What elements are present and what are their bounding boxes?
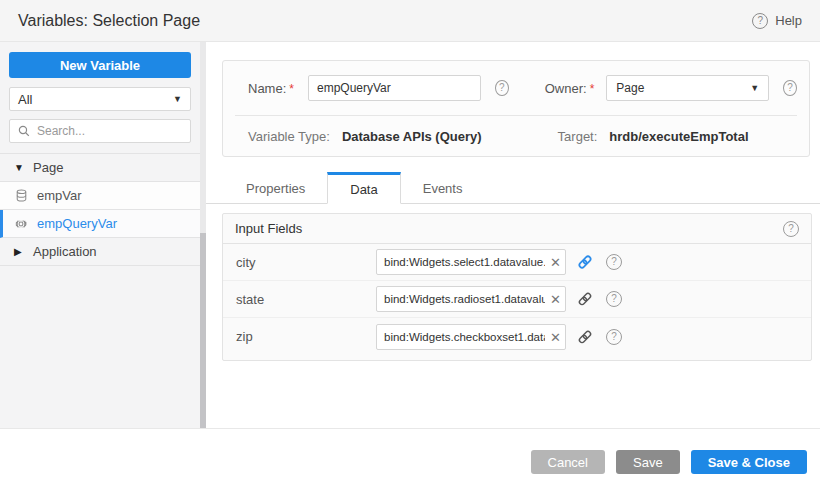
input-field-row-state: state ✕ ?	[223, 281, 811, 318]
variable-type-value: Database APIs (Query)	[342, 129, 482, 144]
input-fields-title: Input Fields	[235, 221, 302, 236]
variable-type-label: Variable Type:	[248, 129, 330, 144]
tree-group-label: Application	[33, 244, 97, 259]
name-help-icon[interactable]: ?	[495, 80, 509, 96]
search-input[interactable]	[37, 124, 183, 138]
variables-dialog: Variables: Selection Page ? Help New Var…	[0, 0, 820, 489]
database-icon	[14, 189, 28, 203]
field-help-icon[interactable]: ?	[606, 291, 622, 307]
target-label: Target:	[558, 129, 598, 144]
input-field-row-city: city ✕ ?	[223, 244, 811, 281]
variable-detail-panel: Name:* ? Owner:* Page ▼ ? Variable Type:…	[206, 42, 820, 428]
owner-help-icon[interactable]: ?	[783, 80, 797, 96]
name-label: Name:*	[248, 81, 294, 96]
input-field-row-zip: zip ✕ ?	[223, 318, 811, 355]
clear-binding-icon[interactable]: ✕	[550, 256, 561, 269]
bind-expression-input[interactable]	[376, 286, 566, 312]
dialog-footer: Cancel Save Save & Close	[0, 428, 820, 489]
owner-label: Owner:*	[545, 81, 595, 96]
variable-search[interactable]	[9, 119, 191, 143]
save-close-button[interactable]: Save & Close	[691, 450, 807, 474]
input-fields-panel: Input Fields ? city ✕ ? state ✕	[222, 213, 812, 361]
tree-item-empqueryvar[interactable]: empQueryVar	[0, 210, 200, 238]
clear-binding-icon[interactable]: ✕	[550, 330, 561, 343]
owner-select[interactable]: Page ▼	[606, 75, 769, 101]
tree-group-label: Page	[33, 160, 63, 175]
input-fields-help-icon[interactable]: ?	[783, 221, 799, 237]
variable-tree: ▼ Page empVar empQueryVar ▶ Application	[0, 153, 200, 266]
required-asterisk: *	[590, 82, 595, 96]
field-label: city	[236, 255, 376, 270]
gear-icon	[14, 217, 28, 231]
chevron-down-icon: ▼	[750, 83, 759, 93]
bind-link-icon[interactable]	[576, 253, 594, 271]
tree-item-empvar[interactable]: empVar	[0, 182, 200, 210]
help-label: Help	[775, 13, 802, 28]
tab-data[interactable]: Data	[327, 172, 400, 204]
new-variable-button[interactable]: New Variable	[9, 52, 191, 78]
tab-events[interactable]: Events	[401, 174, 485, 203]
bind-expression-input[interactable]	[376, 324, 566, 350]
tree-group-application[interactable]: ▶ Application	[0, 238, 200, 266]
search-icon	[17, 124, 31, 138]
detail-tabs: Properties Data Events	[206, 175, 820, 204]
variable-filter-value: All	[18, 92, 32, 107]
tab-properties[interactable]: Properties	[224, 174, 327, 203]
field-help-icon[interactable]: ?	[606, 329, 622, 345]
target-value: hrdb/executeEmpTotal	[609, 129, 748, 144]
cancel-button[interactable]: Cancel	[531, 450, 605, 474]
clear-binding-icon[interactable]: ✕	[550, 293, 561, 306]
chevron-down-icon: ▼	[173, 94, 182, 104]
variable-summary-panel: Name:* ? Owner:* Page ▼ ? Variable Type:…	[222, 60, 810, 157]
page-title: Variables: Selection Page	[18, 12, 200, 30]
caret-right-icon: ▶	[14, 246, 24, 257]
tree-group-page[interactable]: ▼ Page	[0, 154, 200, 182]
bind-link-icon[interactable]	[576, 290, 594, 308]
name-input[interactable]	[308, 75, 481, 101]
bind-expression-input[interactable]	[376, 249, 566, 275]
field-label: zip	[236, 329, 376, 344]
caret-down-icon: ▼	[14, 162, 24, 173]
dialog-header: Variables: Selection Page ? Help	[0, 0, 820, 42]
variable-filter-select[interactable]: All ▼	[9, 87, 191, 111]
help-icon: ?	[752, 13, 768, 29]
bind-link-icon[interactable]	[576, 328, 594, 346]
tree-item-label: empVar	[37, 188, 82, 203]
field-label: state	[236, 292, 376, 307]
owner-value: Page	[616, 81, 644, 95]
variables-sidebar: New Variable All ▼ ▼ Page empVar	[0, 42, 200, 428]
save-button[interactable]: Save	[616, 450, 680, 474]
required-asterisk: *	[289, 82, 294, 96]
field-help-icon[interactable]: ?	[606, 254, 622, 270]
help-link[interactable]: ? Help	[752, 13, 802, 29]
tree-item-label: empQueryVar	[37, 216, 117, 231]
